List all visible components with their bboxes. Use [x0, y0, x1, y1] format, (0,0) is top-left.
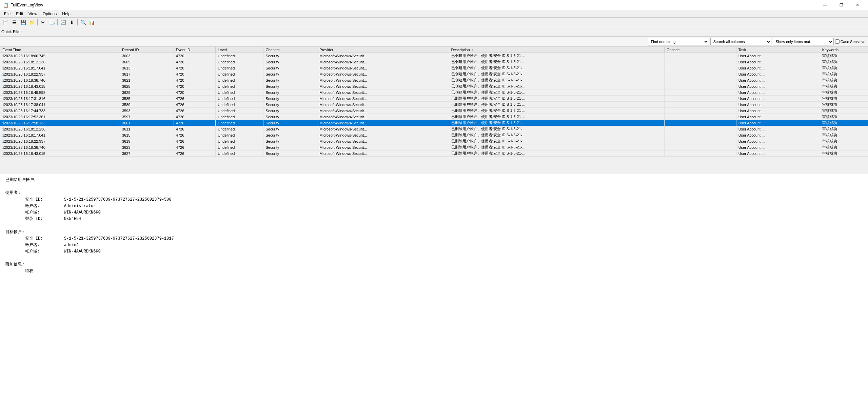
col-header-channel[interactable]: Channel — [263, 47, 317, 53]
col-header-desc[interactable]: Description ↑ — [449, 47, 664, 53]
menu-help[interactable]: Help — [59, 11, 73, 17]
table-row[interactable]: ℹ2023/10/23 16:17:44.733 3593 4726 Undef… — [0, 108, 868, 114]
table-row[interactable]: ℹ2023/10/23 16:18:22.937 3619 4726 Undef… — [0, 138, 868, 144]
col-header-opcode[interactable]: Opcode — [664, 47, 736, 53]
table-container: Event Time Record ID Event ID Level Chan… — [0, 47, 868, 169]
col-header-task[interactable]: Task — [736, 47, 820, 53]
cell-desc: 已创建用户帐户。使用者:安全 ID:S-1-5-21-... — [449, 53, 664, 59]
cell-channel: Security — [263, 126, 317, 132]
table-row[interactable]: ℹ2023/10/23 16:18:17.041 3615 4726 Undef… — [0, 132, 868, 138]
title-bar-left: 📋 FullEventLogView — [3, 2, 43, 8]
table-row[interactable]: ℹ2023/10/23 16:17:58.133 3601 4726 Undef… — [0, 120, 868, 126]
table-row[interactable]: ℹ2023/10/23 16:18:06.745 3603 4720 Undef… — [0, 53, 868, 59]
cell-time: ℹ2023/10/23 16:18:38.740 — [0, 144, 120, 150]
table-scroll[interactable]: Event Time Record ID Event ID Level Chan… — [0, 47, 868, 169]
cell-eventid: 4720 — [174, 53, 216, 59]
row-icon: ℹ — [2, 72, 4, 77]
cell-desc: 已删除用户帐户。使用者:安全 ID:S-1-5-21-... — [449, 132, 664, 138]
cell-time: ℹ2023/10/23 16:18:43.015 — [0, 83, 120, 89]
col-header-time[interactable]: Event Time — [0, 47, 120, 53]
cell-desc: 已删除用户帐户。使用者:安全 ID:S-1-5-21-... — [449, 126, 664, 132]
table-row[interactable]: ℹ2023/10/23 16:17:31.816 3585 4726 Undef… — [0, 96, 868, 102]
cell-level: Undefined — [216, 132, 263, 138]
horizontal-scrollbar[interactable] — [0, 169, 868, 174]
cell-channel: Security — [263, 114, 317, 120]
cell-task: User Account ... — [736, 89, 820, 96]
cell-level: Undefined — [216, 120, 263, 126]
cell-channel: Security — [263, 77, 317, 83]
cell-desc: 已删除用户帐户。使用者:安全 ID:S-1-5-21-... — [449, 150, 664, 157]
cell-time: ℹ2023/10/23 16:17:44.733 — [0, 108, 120, 114]
cell-keywords: 审核成功 — [820, 144, 868, 150]
cell-level: Undefined — [216, 138, 263, 144]
cell-opcode — [664, 138, 736, 144]
row-icon: ℹ — [2, 127, 4, 131]
toolbar-save[interactable]: 💾 — [19, 19, 27, 26]
find-string-select[interactable]: Find one string — [648, 38, 709, 45]
menu-file[interactable]: File — [1, 11, 13, 17]
case-sensitive-checkbox[interactable] — [835, 39, 840, 44]
maximize-button[interactable]: ❐ — [833, 0, 849, 10]
filter-row: Find one string Search all columns Show … — [0, 37, 868, 47]
cell-eventid: 4726 — [174, 126, 216, 132]
cell-opcode — [664, 83, 736, 89]
table-row[interactable]: ℹ2023/10/23 16:18:38.740 3621 4720 Undef… — [0, 77, 868, 83]
cell-channel: Security — [263, 96, 317, 102]
table-row[interactable]: ℹ2023/10/23 16:18:43.015 3625 4720 Undef… — [0, 83, 868, 89]
row-icon: ℹ — [2, 60, 4, 64]
cell-record: 3623 — [120, 144, 174, 150]
search-columns-select[interactable]: Search all columns — [710, 38, 771, 45]
minimize-button[interactable]: — — [817, 0, 833, 10]
menu-edit[interactable]: Edit — [13, 11, 26, 17]
toolbar-cut[interactable]: ✂ — [39, 19, 47, 26]
row-icon: ℹ — [2, 84, 4, 89]
toolbar-copy[interactable]: 📑 — [48, 19, 56, 26]
col-header-eventid[interactable]: Event ID — [174, 47, 216, 53]
cell-opcode — [664, 120, 736, 126]
close-button[interactable]: ✕ — [850, 0, 865, 10]
cell-record: 3617 — [120, 71, 174, 77]
cell-desc: 已创建用户帐户。使用者:安全 ID:S-1-5-21-... — [449, 65, 664, 71]
cell-task: User Account ... — [736, 102, 820, 108]
cell-eventid: 4726 — [174, 144, 216, 150]
cell-desc: 已创建用户帐户。使用者:安全 ID:S-1-5-21-... — [449, 77, 664, 83]
toolbar-down[interactable]: ⬇ — [68, 19, 76, 26]
table-row[interactable]: ℹ2023/10/23 16:17:52.361 3597 4726 Undef… — [0, 114, 868, 120]
show-items-select[interactable]: Show only items mat — [773, 38, 834, 45]
cell-opcode — [664, 144, 736, 150]
table-row[interactable]: ℹ2023/10/23 16:18:22.937 3617 4720 Undef… — [0, 71, 868, 77]
cell-task: User Account ... — [736, 59, 820, 65]
table-row[interactable]: ℹ2023/10/23 16:18:12.236 3609 4720 Undef… — [0, 59, 868, 65]
table-body: ℹ2023/10/23 16:18:06.745 3603 4720 Undef… — [0, 53, 868, 157]
cell-record: 3625 — [120, 83, 174, 89]
col-header-level[interactable]: Level — [216, 47, 263, 53]
table-row[interactable]: ℹ2023/10/23 16:18:12.236 3611 4726 Undef… — [0, 126, 868, 132]
cell-keywords: 审核成功 — [820, 150, 868, 157]
cell-channel: Security — [263, 132, 317, 138]
toolbar-search[interactable]: 🔍 — [79, 19, 87, 26]
menu-options[interactable]: Options — [40, 11, 59, 17]
toolbar-list[interactable]: ☰ — [10, 19, 18, 26]
cell-opcode — [664, 108, 736, 114]
case-sensitive-text: Case Sensitive — [841, 40, 865, 44]
menu-view[interactable]: View — [26, 11, 40, 17]
table-row[interactable]: ℹ2023/10/23 16:17:38.041 3589 4726 Undef… — [0, 102, 868, 108]
col-header-record[interactable]: Record ID — [120, 47, 174, 53]
col-header-provider[interactable]: Provider — [317, 47, 449, 53]
col-header-keywords[interactable]: Keywords — [820, 47, 868, 53]
row-icon: ℹ — [2, 90, 4, 95]
cell-opcode — [664, 114, 736, 120]
table-row[interactable]: ℹ2023/10/23 16:18:43.015 3627 4726 Undef… — [0, 150, 868, 157]
toolbar-new[interactable]: 📄 — [1, 19, 9, 26]
toolbar-chart[interactable]: 📊 — [88, 19, 96, 26]
cell-channel: Security — [263, 108, 317, 114]
cell-eventid: 4726 — [174, 150, 216, 157]
toolbar-open[interactable]: 📁 — [28, 19, 36, 26]
toolbar-refresh[interactable]: 🔄 — [59, 19, 67, 26]
cell-channel: Security — [263, 102, 317, 108]
cell-record: 3611 — [120, 126, 174, 132]
case-sensitive-label[interactable]: Case Sensitive — [835, 39, 865, 44]
table-row[interactable]: ℹ2023/10/23 16:18:49.598 3629 4720 Undef… — [0, 89, 868, 96]
table-row[interactable]: ℹ2023/10/23 16:18:38.740 3623 4726 Undef… — [0, 144, 868, 150]
table-row[interactable]: ℹ2023/10/23 16:18:17.041 3613 4720 Undef… — [0, 65, 868, 71]
